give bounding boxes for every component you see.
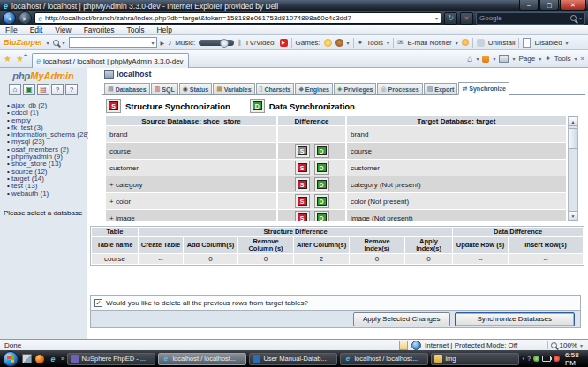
scroll-down-icon[interactable]: ▼ — [569, 211, 577, 221]
forward-button[interactable]: ▶ — [19, 11, 32, 25]
taskbar-button[interactable]: elocalhost / localhost... — [340, 353, 428, 365]
start-button[interactable] — [3, 351, 19, 367]
print-dropdown-icon[interactable]: ▾ — [512, 56, 515, 62]
tab-export[interactable]: ▧Export — [424, 83, 458, 94]
search-input[interactable]: Google ▾ — [476, 12, 585, 25]
data-sync-button[interactable]: D — [314, 144, 329, 158]
quicklaunch-overflow-icon[interactable]: » — [61, 355, 64, 363]
volume-knob[interactable] — [220, 39, 229, 48]
page-menu[interactable]: Page — [518, 55, 535, 63]
structure-sync-button[interactable]: S — [295, 144, 310, 158]
volume-slider[interactable] — [199, 40, 234, 46]
page-dropdown-icon[interactable]: ▾ — [539, 56, 541, 62]
scroll-up-icon[interactable]: ▲ — [569, 116, 577, 126]
feeds-icon[interactable] — [482, 56, 489, 63]
database-link[interactable]: webauth (1) — [7, 191, 87, 198]
game-basketball-icon[interactable] — [335, 39, 343, 47]
data-sync-button[interactable]: D — [314, 211, 329, 221]
structure-sync-button[interactable]: S — [295, 211, 310, 221]
data-sync-button[interactable]: D — [314, 161, 329, 175]
home-dropdown-icon[interactable]: ▾ — [476, 56, 479, 62]
tools-menu[interactable]: Tools — [554, 55, 571, 63]
tab-variables[interactable]: ▦Variables — [213, 83, 254, 94]
show-desktop-icon[interactable] — [21, 354, 32, 364]
home-icon[interactable]: ⌂ — [467, 54, 472, 64]
home-icon[interactable]: ⌂ — [9, 84, 21, 95]
tab-engines[interactable]: ◆Engines — [295, 83, 333, 94]
favorites-star-icon[interactable]: ★ — [4, 54, 11, 64]
query-window-icon[interactable]: ▤ — [37, 84, 49, 95]
toolbar-search-box[interactable]: ▾ — [69, 37, 157, 48]
zoom-control[interactable]: 100% ▾ — [547, 341, 583, 349]
toolbar-search-dropdown-icon[interactable]: ▾ — [63, 40, 65, 46]
scrollbar[interactable]: ▲ ▼ — [568, 116, 578, 221]
video-site-icon[interactable]: ▶ — [280, 39, 288, 47]
email-notifier-label[interactable]: E-mail Notifier — [408, 39, 452, 47]
overflow-icon[interactable]: » — [581, 55, 584, 63]
zoom-level[interactable]: 100% — [560, 341, 577, 349]
scroll-thumb[interactable] — [569, 128, 577, 149]
tab-synchronize[interactable]: ⇄Synchronize — [458, 82, 509, 95]
browser-tab[interactable]: e localhost / localhost | phpMyAdmin 3.3… — [32, 53, 189, 68]
tab-charsets[interactable]: ▯Charsets — [256, 83, 295, 94]
tab-sql[interactable]: ▥SQL — [151, 83, 178, 94]
games-dropdown-icon[interactable]: ▾ — [347, 40, 350, 46]
tab-processes[interactable]: ◎Processes — [377, 83, 422, 94]
add-favorite-icon[interactable]: ★ — [16, 54, 24, 64]
disabled-dropdown-icon[interactable]: ▾ — [566, 40, 569, 46]
data-sync-button[interactable]: D — [314, 177, 329, 191]
tools-dropdown-icon[interactable]: ▾ — [387, 40, 389, 46]
bluzapper-dropdown-icon[interactable]: ▾ — [47, 40, 49, 46]
menu-item-favorites[interactable]: Favorites — [84, 26, 115, 34]
menu-item-edit[interactable]: Edit — [30, 26, 43, 34]
menu-item-tools[interactable]: Tools — [127, 26, 145, 34]
search-dropdown-icon[interactable]: ▾ — [579, 15, 582, 21]
menu-item-view[interactable]: View — [55, 26, 71, 34]
stop-button[interactable]: ✕ — [460, 12, 473, 25]
toolbar-tools-label[interactable]: Tools — [366, 39, 383, 47]
data-sync-button[interactable]: D — [314, 194, 329, 208]
taskbar-button[interactable]: NuSphere PhpED - ... — [67, 353, 155, 365]
menu-item-help[interactable]: Help — [156, 26, 171, 34]
tools-menu-dropdown-icon[interactable]: ▾ — [575, 56, 577, 62]
clock[interactable]: 6:58 PM — [565, 351, 583, 367]
zoom-dropdown-icon[interactable]: ▾ — [580, 342, 583, 348]
minimize-button[interactable]: – — [519, 0, 539, 11]
tray-status-icon[interactable] — [533, 356, 539, 362]
pma-docs-icon[interactable]: ? — [51, 84, 64, 95]
mysql-docs-icon[interactable]: ? — [65, 84, 78, 95]
game-ball-icon[interactable] — [324, 39, 332, 47]
address-dropdown-icon[interactable]: ▾ — [435, 15, 438, 21]
battery-icon[interactable] — [542, 356, 551, 362]
ie-quicklaunch-icon[interactable]: e — [48, 354, 58, 364]
structure-sync-button[interactable]: S — [295, 177, 310, 191]
scroll-track[interactable] — [569, 126, 577, 211]
play-button[interactable]: ▶ — [161, 40, 165, 46]
structure-sync-button[interactable]: S — [295, 161, 310, 175]
tray-chevron-icon[interactable]: ‹ — [522, 355, 524, 363]
firefox-icon[interactable] — [34, 354, 45, 364]
close-button[interactable]: ✕ — [560, 0, 586, 11]
logout-icon[interactable]: ▣ — [23, 84, 35, 95]
structure-sync-button[interactable]: S — [295, 194, 310, 208]
disabled-label[interactable]: Disabled — [534, 39, 562, 47]
tray-help-icon[interactable]: ? — [527, 356, 531, 362]
combo-dropdown-icon[interactable]: ▾ — [152, 40, 155, 46]
tab-databases[interactable]: ▤Databases — [104, 83, 150, 94]
synchronize-databases-button[interactable]: Synchronize Databases — [455, 312, 576, 326]
tray-alert-icon[interactable] — [554, 356, 560, 362]
email-dropdown-icon[interactable]: ▾ — [456, 40, 458, 46]
tab-status[interactable]: ◉Status — [179, 83, 213, 94]
taskbar-button[interactable]: User Manual-Datab... — [249, 353, 337, 365]
maximize-button[interactable]: ▢ — [539, 0, 559, 11]
taskbar-button[interactable]: img — [431, 353, 519, 365]
address-input[interactable]: e http://localhost/branch/zahra/index.ph… — [34, 12, 441, 24]
uninstall-label[interactable]: Uninstall — [488, 39, 516, 47]
toolbar-search-icon[interactable] — [53, 40, 59, 46]
feeds-dropdown-icon[interactable]: ▾ — [493, 56, 495, 62]
taskbar-button[interactable]: elocalhost / localhost... — [158, 353, 246, 365]
delete-rows-checkbox[interactable]: ✓ — [94, 299, 102, 307]
print-icon[interactable] — [499, 55, 509, 63]
search-icon[interactable] — [570, 15, 577, 21]
refresh-button[interactable]: ↻ — [444, 12, 457, 25]
